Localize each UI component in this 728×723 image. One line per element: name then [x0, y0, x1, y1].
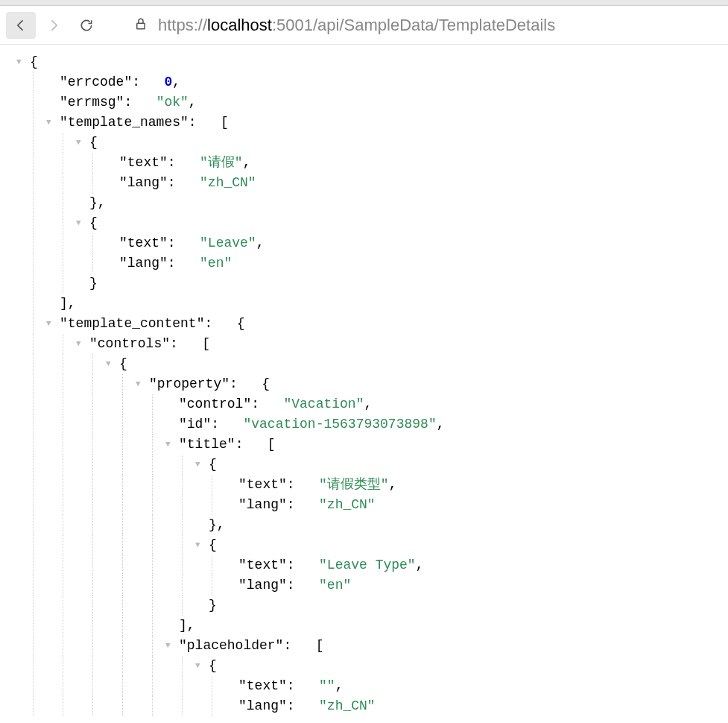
json-token: :: [287, 698, 319, 713]
json-token: {: [119, 356, 127, 371]
collapse-toggle-icon[interactable]: ▼: [195, 535, 200, 555]
url-text: https://localhost:5001/api/SampleData/Te…: [158, 16, 555, 35]
json-token: :: [211, 417, 243, 432]
collapse-toggle-icon[interactable]: ▼: [195, 455, 200, 475]
address-bar[interactable]: https://localhost:5001/api/SampleData/Te…: [134, 16, 722, 35]
json-token: ],: [60, 296, 76, 311]
collapse-toggle-icon[interactable]: ▼: [46, 113, 51, 133]
json-line: ▼"template_content": {: [0, 314, 728, 334]
json-token: },: [89, 195, 106, 210]
json-token: 0: [164, 75, 172, 89]
json-token: {: [209, 658, 217, 673]
json-token: "ok": [156, 95, 189, 110]
json-token: "title": [179, 437, 235, 452]
json-token: : [: [189, 115, 229, 130]
json-token: ,: [416, 558, 424, 572]
json-line: ▼{: [0, 455, 728, 475]
json-token: "errcode": [60, 75, 132, 89]
json-token: {: [209, 457, 217, 472]
json-token: "zh_CN": [319, 497, 376, 512]
json-token: : {: [204, 316, 244, 331]
json-line: ],: [0, 294, 728, 314]
json-token: : [: [170, 336, 210, 351]
forward-button[interactable]: [39, 12, 69, 39]
json-line: ▼{: [0, 213, 728, 233]
json-line: ▼"title": [: [0, 435, 728, 455]
collapse-toggle-icon[interactable]: ▼: [76, 213, 81, 233]
collapse-toggle-icon[interactable]: ▼: [165, 636, 171, 656]
json-token: "lang": [119, 256, 168, 271]
json-token: ,: [243, 155, 251, 170]
json-line: "lang": "en": [0, 253, 728, 274]
json-token: :: [251, 397, 283, 411]
json-token: "text": [119, 236, 168, 250]
json-token: {: [89, 135, 98, 150]
collapse-toggle-icon[interactable]: ▼: [46, 314, 51, 334]
lock-icon: [134, 17, 148, 34]
json-token: ,: [172, 75, 180, 89]
json-viewer: ▼{"errcode": 0,"errmsg": "ok",▼"template…: [0, 45, 728, 723]
json-token: "placeholder": [179, 638, 283, 653]
json-line: "lang": "zh_CN": [0, 495, 728, 515]
json-token: :: [132, 75, 164, 89]
json-token: "lang": [238, 578, 287, 593]
svg-rect-0: [137, 23, 145, 29]
back-button[interactable]: [6, 12, 36, 39]
json-token: "Vacation": [283, 397, 364, 411]
browser-toolbar: https://localhost:5001/api/SampleData/Te…: [0, 6, 728, 45]
json-line: ▼{: [0, 52, 728, 72]
json-token: "lang": [238, 497, 287, 512]
json-line: ▼{: [0, 656, 728, 676]
json-line: "text": "请假",: [0, 153, 728, 173]
json-token: :: [287, 578, 319, 593]
json-line: "errmsg": "ok",: [0, 92, 728, 113]
json-token: "zh_CN": [319, 698, 376, 713]
json-token: "text": [238, 678, 287, 693]
collapse-toggle-icon[interactable]: ▼: [16, 52, 22, 72]
json-line: }: [0, 596, 728, 616]
json-token: :: [168, 155, 200, 170]
collapse-toggle-icon[interactable]: ▼: [106, 354, 111, 374]
collapse-toggle-icon[interactable]: ▼: [76, 133, 81, 153]
json-token: :: [168, 236, 200, 250]
json-token: :: [287, 558, 319, 572]
json-line: "text": "Leave",: [0, 233, 728, 253]
json-token: : [: [235, 437, 276, 452]
reload-button[interactable]: [72, 12, 101, 39]
json-token: "control": [179, 397, 251, 411]
json-token: "lang": [119, 175, 168, 190]
json-line: "control": "Vacation",: [0, 394, 728, 414]
json-token: }: [209, 598, 217, 613]
json-token: :: [124, 95, 156, 110]
collapse-toggle-icon[interactable]: ▼: [76, 334, 81, 354]
json-line: "lang": "zh_CN": [0, 173, 728, 193]
json-token: :: [287, 497, 319, 512]
collapse-toggle-icon[interactable]: ▼: [195, 656, 200, 676]
json-token: ,: [364, 397, 372, 411]
json-token: :: [287, 477, 319, 492]
json-token: "请假": [200, 155, 243, 170]
json-line: "errcode": 0,: [0, 72, 728, 92]
json-token: "zh_CN": [200, 175, 256, 190]
json-token: "property": [149, 376, 230, 391]
collapse-toggle-icon[interactable]: ▼: [136, 374, 141, 394]
json-token: {: [89, 215, 98, 230]
json-token: "errmsg": [60, 95, 124, 110]
json-token: "": [319, 678, 335, 693]
json-token: ,: [189, 95, 197, 110]
json-token: "en": [200, 256, 232, 271]
json-line: "text": "",: [0, 676, 728, 696]
json-line: "text": "Leave Type",: [0, 555, 728, 575]
json-token: "Leave": [200, 236, 256, 250]
json-token: :: [168, 256, 200, 271]
json-token: "text": [119, 155, 168, 170]
json-token: "请假类型": [319, 477, 389, 492]
json-token: "lang": [238, 698, 287, 713]
json-token: : [: [283, 638, 323, 653]
json-token: ,: [335, 678, 344, 693]
json-line: ▼"property": {: [0, 374, 728, 394]
collapse-toggle-icon[interactable]: ▼: [165, 435, 171, 455]
json-token: "id": [179, 417, 211, 432]
json-token: }: [89, 276, 98, 291]
json-token: "template_names": [60, 115, 189, 130]
